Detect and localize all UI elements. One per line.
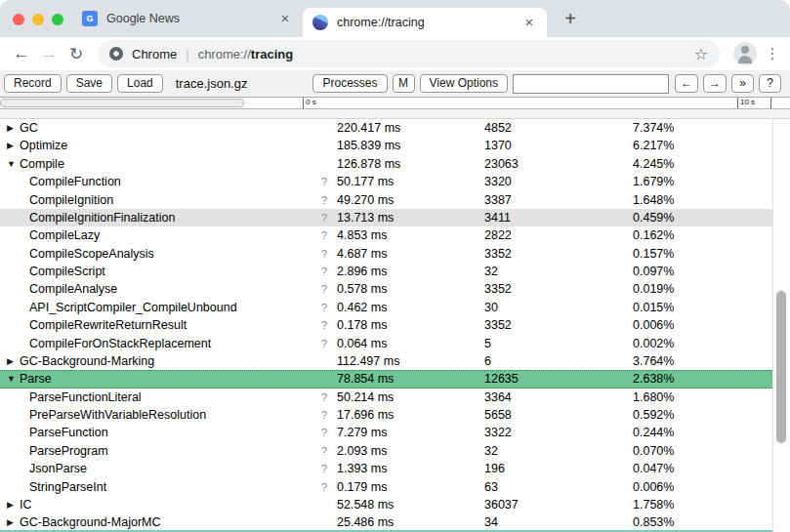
trace-filename: trace.json.gz (176, 76, 248, 91)
slice-count: 196 (484, 460, 505, 477)
zoom-window-button[interactable] (52, 14, 63, 25)
minimize-window-button[interactable] (32, 14, 44, 25)
slice-percent: 0.047% (633, 460, 674, 477)
help-icon[interactable]: ? (321, 335, 327, 352)
table-row[interactable]: ▶ GC-Background-Marking 112.497 ms 6 3.7… (0, 352, 772, 370)
slice-time: 4.853 ms (337, 226, 387, 244)
help-icon[interactable]: ? (321, 191, 327, 209)
slice-time: 0.178 ms (337, 316, 387, 334)
help-icon[interactable]: ? (321, 460, 327, 477)
help-icon[interactable]: ? (321, 442, 327, 460)
table-row[interactable]: ▶ Optimize 185.839 ms 1370 6.217% (0, 137, 772, 154)
expand-arrow-icon[interactable]: ▶ (7, 119, 14, 137)
table-row[interactable]: ▶ GC-Background-MajorMC 25.486 ms 34 0.8… (0, 513, 772, 531)
help-icon[interactable]: ? (321, 424, 327, 441)
expand-arrow-icon[interactable]: ▶ (7, 352, 14, 370)
processes-button[interactable]: Processes (312, 74, 387, 93)
slice-time: 2.093 ms (337, 442, 387, 460)
menu-dots-icon[interactable]: ⋮ (763, 45, 782, 62)
slice-count: 3364 (484, 389, 512, 406)
table-row[interactable]: CompileForOnStackReplacement ? 0.064 ms … (0, 335, 772, 352)
vertical-scrollbar[interactable] (772, 119, 790, 532)
browser-window: G Google News × chrome://tracing × + ← →… (0, 0, 790, 532)
slice-count: 23063 (484, 155, 519, 173)
tab-title: Google News (106, 12, 277, 25)
expand-arrow-icon[interactable]: ▶ (7, 137, 14, 154)
reload-button[interactable]: ↻ (62, 44, 90, 64)
help-icon[interactable]: ? (321, 280, 327, 298)
slice-time: 50.177 ms (337, 173, 394, 190)
slice-count: 32 (484, 442, 498, 460)
google-news-favicon-icon: G (82, 11, 98, 26)
table-row[interactable]: CompileLazy ? 4.853 ms 2822 0.162% (0, 226, 772, 244)
close-window-button[interactable] (13, 14, 24, 25)
collapse-panel-button[interactable]: » (731, 74, 754, 93)
timeline-ruler[interactable]: 0 s 10 s (0, 98, 790, 109)
help-icon[interactable]: ? (321, 406, 327, 424)
help-icon[interactable]: ? (321, 478, 327, 496)
record-button[interactable]: Record (4, 74, 62, 93)
url-text: chrome://tracing (198, 45, 294, 62)
table-row[interactable]: ▶ GC 220.417 ms 4852 7.374% (0, 119, 772, 137)
help-icon[interactable]: ? (321, 173, 327, 190)
table-row[interactable]: CompileScript ? 2.896 ms 32 0.097% (0, 263, 772, 280)
find-input[interactable] (513, 74, 669, 94)
expand-arrow-icon[interactable]: ▼ (7, 155, 16, 173)
save-button[interactable]: Save (66, 74, 112, 93)
back-button[interactable]: ← (8, 44, 35, 63)
table-row[interactable]: PreParseWithVariableResolution ? 17.696 … (0, 406, 772, 424)
expand-arrow-icon[interactable]: ▶ (7, 513, 14, 531)
table-row[interactable]: ▼ Compile 126.878 ms 23063 4.245% (0, 155, 772, 173)
scrollbar-thumb[interactable] (776, 291, 786, 443)
table-row[interactable]: CompileRewriteReturnResult ? 0.178 ms 33… (0, 316, 772, 334)
profile-avatar-icon[interactable] (733, 42, 757, 65)
help-button[interactable]: ? (759, 74, 781, 93)
tab-google-news[interactable]: G Google News × (72, 0, 303, 37)
slice-percent: 0.002% (633, 335, 674, 352)
table-row[interactable]: ParseFunction ? 7.279 ms 3322 0.244% (0, 424, 772, 441)
slice-name: CompileFunction (29, 173, 121, 190)
expand-arrow-icon[interactable]: ▶ (7, 496, 14, 513)
slice-count: 3322 (484, 424, 512, 441)
help-icon[interactable]: ? (321, 299, 327, 316)
slice-time: 4.687 ms (337, 245, 387, 263)
table-row[interactable]: StringParseInt ? 0.179 ms 63 0.006% (0, 478, 772, 496)
table-row[interactable]: CompileScopeAnalysis ? 4.687 ms 3352 0.1… (0, 245, 772, 263)
slice-percent: 0.019% (633, 280, 674, 298)
forward-button[interactable]: → (35, 44, 62, 63)
table-row[interactable]: ParseProgram ? 2.093 ms 32 0.070% (0, 442, 772, 460)
load-button[interactable]: Load (117, 74, 163, 93)
bookmark-star-icon[interactable]: ☆ (694, 45, 708, 63)
slice-time: 185.839 ms (337, 137, 400, 154)
slice-time: 49.270 ms (337, 191, 394, 209)
expand-arrow-icon[interactable]: ▼ (7, 371, 16, 387)
help-icon[interactable]: ? (321, 245, 327, 263)
table-row[interactable]: CompileIgnition ? 49.270 ms 3387 1.648% (0, 191, 772, 209)
table-row[interactable]: JsonParse ? 1.393 ms 196 0.047% (0, 460, 772, 477)
table-row[interactable]: CompileIgnitionFinalization ? 13.713 ms … (0, 209, 772, 226)
find-next-button[interactable]: → (703, 74, 727, 93)
find-previous-button[interactable]: ← (675, 74, 698, 93)
timeline-minimap[interactable] (0, 99, 244, 107)
metrics-button[interactable]: M (393, 74, 415, 93)
address-bar[interactable]: Chrome | chrome://tracing ☆ (98, 40, 720, 67)
table-row[interactable]: ParseFunctionLiteral ? 50.214 ms 3364 1.… (0, 389, 772, 406)
help-icon[interactable]: ? (321, 316, 327, 334)
table-row[interactable]: ▶ IC 52.548 ms 36037 1.758% (0, 496, 772, 513)
help-icon[interactable]: ? (321, 263, 327, 280)
table-row[interactable]: ▼ Parse 78.854 ms 12635 2.638% (0, 370, 772, 388)
table-row[interactable]: CompileFunction ? 50.177 ms 3320 1.679% (0, 173, 772, 190)
help-icon[interactable]: ? (321, 209, 327, 226)
slice-name: GC (20, 119, 38, 137)
close-tab-icon[interactable]: × (277, 11, 293, 26)
help-icon[interactable]: ? (321, 389, 327, 406)
close-tab-icon[interactable]: × (521, 15, 537, 30)
view-options-button[interactable]: View Options (420, 74, 508, 93)
help-icon[interactable]: ? (321, 226, 327, 244)
new-tab-button[interactable]: + (559, 7, 582, 30)
tab-tracing[interactable]: chrome://tracing × (303, 8, 547, 37)
slice-name: CompileScopeAnalysis (29, 245, 154, 263)
table-row[interactable]: API_ScriptCompiler_CompileUnbound ? 0.46… (0, 299, 772, 316)
slice-percent: 0.157% (633, 245, 674, 263)
table-row[interactable]: CompileAnalyse ? 0.578 ms 3352 0.019% (0, 280, 772, 298)
